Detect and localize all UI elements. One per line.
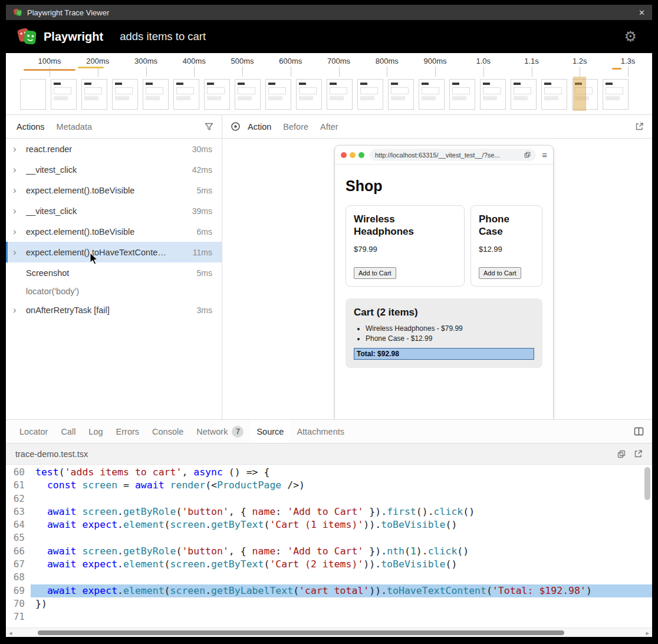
- code-token: async: [193, 466, 223, 478]
- thumbnail-sketch: [207, 96, 221, 100]
- filmstrip-thumbnail[interactable]: [173, 79, 199, 110]
- code-token: ): [586, 585, 592, 596]
- test-title: adds items to cart: [120, 30, 206, 43]
- action-row[interactable]: ›expect.element().toBeVisible5ms: [6, 180, 222, 201]
- code-token: 'Cart (2 items)': [269, 558, 363, 570]
- expand-chevron-icon[interactable]: ›: [13, 226, 26, 236]
- timeline-tick: [146, 67, 147, 77]
- browser-menu-icon[interactable]: ≡: [542, 150, 547, 159]
- tab-label: Source: [256, 427, 284, 436]
- add-to-cart-button[interactable]: Add to Cart: [354, 267, 396, 279]
- filmstrip-thumbnail[interactable]: [296, 79, 322, 110]
- code-token: render: [170, 479, 206, 491]
- filmstrip-thumbnail[interactable]: [388, 79, 414, 110]
- timeline-selected-range-marker[interactable]: [573, 77, 586, 111]
- action-title: expect.element().toHaveTextConte…: [26, 248, 188, 257]
- tab-call[interactable]: Call: [54, 420, 82, 443]
- code-token: (): [457, 546, 469, 557]
- filmstrip-thumbnail[interactable]: [511, 79, 537, 110]
- horizontal-scrollbar-thumb[interactable]: [38, 630, 564, 635]
- vertical-scrollbar-thumb[interactable]: [644, 467, 650, 500]
- tab-log[interactable]: Log: [82, 420, 109, 443]
- code-token: await: [135, 479, 164, 491]
- code-token: [35, 506, 47, 517]
- open-source-external-icon[interactable]: [634, 449, 643, 458]
- action-row[interactable]: locator('body'): [6, 283, 222, 300]
- action-row[interactable]: ›expect.element().toHaveTextConte…11ms: [6, 242, 222, 262]
- filmstrip-thumbnail[interactable]: [112, 79, 138, 110]
- tab-attachments[interactable]: Attachments: [290, 420, 351, 443]
- filmstrip-thumbnail[interactable]: [51, 79, 77, 110]
- filmstrip-thumbnail[interactable]: [235, 79, 261, 110]
- source-code-viewer: 60test('adds items to cart', async () =>…: [6, 465, 652, 627]
- tab-actions[interactable]: Actions: [11, 115, 51, 138]
- code-token: 'adds items to cart': [65, 466, 182, 478]
- action-row[interactable]: ›react.render30ms: [6, 139, 222, 159]
- thumbnail-sketch: [391, 96, 405, 100]
- timeline-time-label: 600ms: [279, 57, 302, 65]
- expand-chevron-icon[interactable]: ›: [13, 206, 26, 216]
- timeline[interactable]: 100ms200ms300ms400ms500ms600ms700ms800ms…: [6, 53, 652, 115]
- code-token: ).: [416, 546, 428, 557]
- copy-url-icon[interactable]: [524, 152, 531, 158]
- expand-chevron-icon[interactable]: ›: [13, 185, 26, 195]
- action-row[interactable]: Screenshot5ms: [6, 262, 222, 283]
- action-row[interactable]: ›expect.element().toBeVisible6ms: [6, 221, 222, 242]
- filmstrip-thumbnail[interactable]: [449, 79, 475, 110]
- action-row[interactable]: ›onAfterRetryTask [fail]3ms: [6, 300, 222, 320]
- filmstrip-thumbnail[interactable]: [603, 79, 629, 110]
- split-view-icon[interactable]: [634, 427, 644, 436]
- tab-source[interactable]: Source: [250, 420, 290, 443]
- add-to-cart-button[interactable]: Add to Cart: [479, 267, 521, 279]
- filter-icon[interactable]: [205, 123, 213, 131]
- tab-metadata[interactable]: Metadata: [51, 115, 98, 138]
- action-row[interactable]: ›__vitest_click42ms: [6, 159, 222, 180]
- open-external-icon[interactable]: [635, 122, 644, 131]
- tab-before[interactable]: Before: [277, 115, 314, 138]
- filmstrip-thumbnail[interactable]: [143, 79, 169, 110]
- filmstrip-thumbnail[interactable]: [265, 79, 291, 110]
- filmstrip-thumbnail[interactable]: [327, 79, 353, 110]
- thumbnail-sketch: [176, 83, 183, 85]
- action-title: expect.element().toBeVisible: [26, 186, 192, 195]
- thumbnail-sketch: [606, 83, 613, 85]
- filmstrip-thumbnail[interactable]: [81, 79, 107, 110]
- action-row[interactable]: ›__vitest_click39ms: [6, 201, 222, 221]
- tab-after[interactable]: After: [314, 115, 344, 138]
- code-token: [77, 506, 83, 517]
- filmstrip-thumbnail[interactable]: [419, 79, 445, 110]
- pick-locator-target-icon[interactable]: [231, 121, 241, 132]
- timeline-time-label: 300ms: [134, 57, 157, 65]
- thumbnail-sketch: [84, 87, 102, 94]
- filmstrip-thumbnail[interactable]: [204, 79, 230, 110]
- code-token: .: [117, 546, 123, 557]
- timeline-time-label: 700ms: [327, 57, 350, 65]
- copy-source-icon[interactable]: [617, 450, 626, 458]
- filmstrip-thumbnail[interactable]: [541, 79, 567, 110]
- thumbnail-sketch: [483, 96, 497, 100]
- expand-chevron-icon[interactable]: ›: [13, 165, 26, 175]
- filmstrip-thumbnail[interactable]: [20, 79, 46, 110]
- tab-locator[interactable]: Locator: [13, 420, 54, 443]
- close-icon[interactable]: ✕: [639, 8, 645, 17]
- traffic-light-red: [341, 152, 347, 158]
- code-line: 67 await expect.element(screen.getByText…: [6, 558, 652, 571]
- horizontal-scrollbar[interactable]: ◂ ▸: [6, 627, 652, 637]
- tab-label: After: [320, 122, 338, 132]
- address-bar[interactable]: http://localhost:63315/__vitest_test__/?…: [370, 149, 536, 161]
- scroll-left-arrow[interactable]: ◂: [9, 629, 12, 637]
- expand-chevron-icon[interactable]: ›: [13, 305, 26, 315]
- tab-console[interactable]: Console: [146, 420, 190, 443]
- scroll-right-arrow[interactable]: ▸: [646, 629, 649, 637]
- filmstrip-thumbnail[interactable]: [357, 79, 383, 110]
- tab-action[interactable]: Action: [242, 115, 277, 138]
- product-name: Wireless Headphones: [354, 213, 456, 238]
- tab-errors[interactable]: Errors: [110, 420, 146, 443]
- settings-gear-icon[interactable]: ⚙: [624, 29, 637, 44]
- filmstrip-thumbnail[interactable]: [480, 79, 506, 110]
- thumbnail-sketch: [146, 96, 160, 100]
- expand-chevron-icon[interactable]: ›: [13, 144, 26, 154]
- tab-network[interactable]: Network7: [190, 420, 250, 443]
- expand-chevron-icon[interactable]: ›: [13, 247, 26, 257]
- product-price: $79.99: [354, 245, 456, 254]
